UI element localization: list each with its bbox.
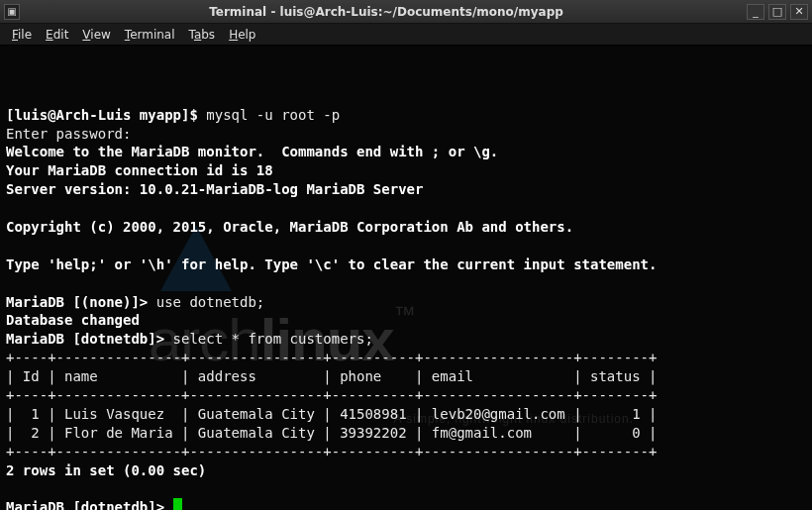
cmd-select: select * from customers;: [173, 331, 373, 347]
mariadb-prompt-db-2: MariaDB [dotnetdb]>: [6, 499, 173, 510]
minimize-button[interactable]: _: [747, 4, 764, 20]
maximize-button[interactable]: □: [768, 4, 786, 20]
menubar: File Edit View Terminal Tabs Help: [0, 24, 812, 46]
cmd-use: use dotnetdb;: [156, 294, 265, 310]
menu-tabs[interactable]: Tabs: [183, 26, 222, 44]
connection-id: Your MariaDB connection id is 18: [6, 162, 273, 178]
window-title: Terminal - luis@Arch-Luis:~/Documents/mo…: [26, 5, 747, 19]
welcome-line: Welcome to the MariaDB monitor. Commands…: [6, 144, 498, 159]
table-row: | 1 | Luis Vasquez | Guatemala City | 41…: [6, 406, 657, 422]
menu-file[interactable]: File: [6, 26, 38, 44]
table-header: | Id | name | address | phone | email | …: [6, 368, 657, 384]
terminal-app-icon: ▣: [4, 4, 20, 20]
mariadb-prompt-none: MariaDB [(none)]>: [6, 294, 156, 310]
terminal-viewport[interactable]: archlinux™ A simple, lightweight linux d…: [0, 46, 812, 510]
shell-prompt: [luis@Arch-Luis myapp]$: [6, 107, 206, 123]
enter-password: Enter password:: [6, 126, 131, 142]
mariadb-prompt-db-1: MariaDB [dotnetdb]>: [6, 331, 173, 347]
server-version: Server version: 10.0.21-MariaDB-log Mari…: [6, 181, 423, 197]
menu-help[interactable]: Help: [223, 26, 261, 44]
menu-edit[interactable]: Edit: [40, 26, 74, 44]
database-changed: Database changed: [6, 312, 140, 328]
menu-terminal[interactable]: Terminal: [119, 26, 181, 44]
close-button[interactable]: ✕: [790, 4, 808, 20]
table-row: | 2 | Flor de Maria | Guatemala City | 3…: [6, 425, 657, 441]
table-border-mid: +----+---------------+----------------+-…: [6, 387, 657, 403]
copyright-line: Copyright (c) 2000, 2015, Oracle, MariaD…: [6, 219, 573, 235]
cursor: [173, 498, 182, 510]
menu-view[interactable]: View: [76, 26, 116, 44]
table-border-bottom: +----+---------------+----------------+-…: [6, 444, 657, 459]
rowcount-line: 2 rows in set (0.00 sec): [6, 462, 206, 478]
cmd-mysql: mysql -u root -p: [206, 107, 340, 123]
window-titlebar: ▣ Terminal - luis@Arch-Luis:~/Documents/…: [0, 0, 812, 24]
window-buttons: _ □ ✕: [747, 4, 808, 20]
table-border-top: +----+---------------+----------------+-…: [6, 350, 657, 365]
terminal-output: [luis@Arch-Luis myapp]$ mysql -u root -p…: [6, 106, 806, 510]
help-line: Type 'help;' or '\h' for help. Type '\c'…: [6, 256, 657, 272]
